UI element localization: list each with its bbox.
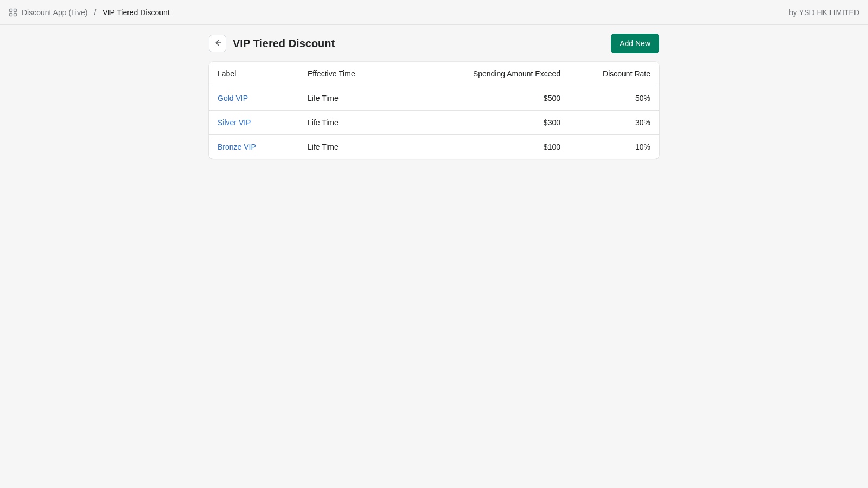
tier-spending-amount: $500 (434, 86, 569, 111)
breadcrumb: Discount App (Live) / VIP Tiered Discoun… (9, 8, 170, 17)
tiers-table: Label Effective Time Spending Amount Exc… (209, 62, 659, 159)
column-header-discount-rate: Discount Rate (569, 62, 659, 86)
table-header-row: Label Effective Time Spending Amount Exc… (209, 62, 659, 86)
tier-link[interactable]: Gold VIP (218, 94, 248, 102)
column-header-spending-amount: Spending Amount Exceed (434, 62, 569, 86)
tier-link[interactable]: Bronze VIP (218, 143, 256, 151)
arrow-left-icon (213, 38, 222, 49)
svg-rect-2 (10, 13, 12, 16)
tier-spending-amount: $300 (434, 111, 569, 135)
page-body: VIP Tiered Discount Add New Label Effect… (198, 25, 670, 168)
breadcrumb-separator: / (94, 8, 96, 17)
back-button[interactable] (209, 35, 226, 52)
apps-icon (9, 8, 17, 17)
tier-discount-rate: 30% (569, 111, 659, 135)
add-new-button[interactable]: Add New (611, 34, 659, 53)
svg-rect-1 (14, 9, 17, 11)
column-header-label: Label (209, 62, 299, 86)
table-row: Bronze VIPLife Time$10010% (209, 135, 659, 159)
tier-discount-rate: 10% (569, 135, 659, 159)
tier-spending-amount: $100 (434, 135, 569, 159)
svg-rect-0 (10, 9, 12, 11)
tier-link[interactable]: Silver VIP (218, 118, 251, 127)
table-row: Silver VIPLife Time$30030% (209, 111, 659, 135)
tier-discount-rate: 50% (569, 86, 659, 111)
topbar: Discount App (Live) / VIP Tiered Discoun… (0, 0, 868, 25)
svg-rect-3 (14, 13, 17, 16)
vendor-attribution: by YSD HK LIMITED (789, 8, 859, 17)
page-header: VIP Tiered Discount Add New (209, 34, 659, 53)
breadcrumb-root[interactable]: Discount App (Live) (22, 8, 87, 17)
tier-effective-time: Life Time (299, 135, 434, 159)
page-title: VIP Tiered Discount (233, 37, 335, 50)
tiers-card: Label Effective Time Spending Amount Exc… (209, 62, 659, 159)
breadcrumb-current: VIP Tiered Discount (103, 8, 169, 17)
column-header-effective-time: Effective Time (299, 62, 434, 86)
tier-effective-time: Life Time (299, 111, 434, 135)
page-header-left: VIP Tiered Discount (209, 35, 335, 52)
table-row: Gold VIPLife Time$50050% (209, 86, 659, 111)
tier-effective-time: Life Time (299, 86, 434, 111)
